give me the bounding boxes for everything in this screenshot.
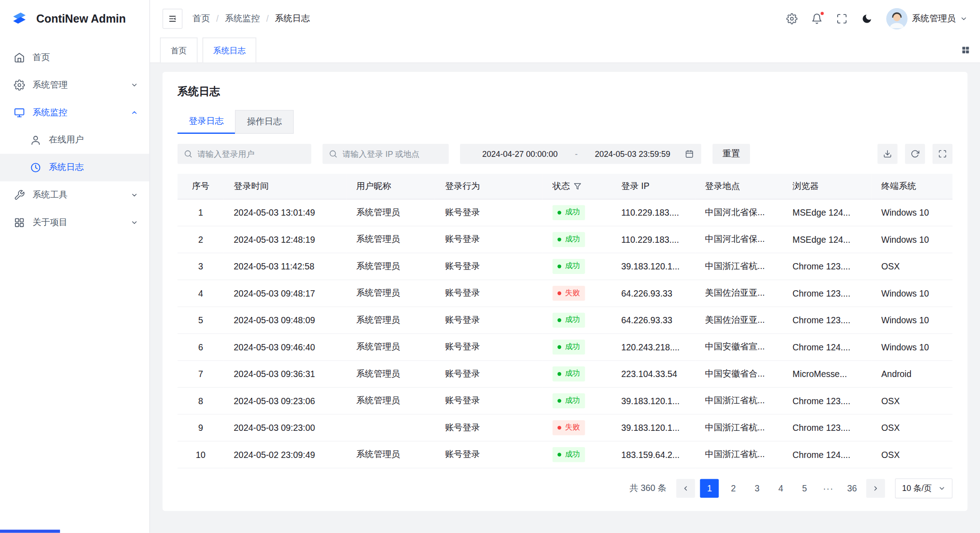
table-action-buttons (877, 144, 952, 164)
content-area: 系统日志 登录日志 操作日志 (150, 63, 980, 533)
search-icon (329, 150, 338, 158)
login-ip-input[interactable] (342, 149, 442, 159)
cell-nickname (346, 414, 435, 441)
next-page-button[interactable] (867, 479, 885, 497)
cell-browser: Chrome 124.... (783, 441, 871, 467)
settings-gear-icon[interactable] (786, 13, 797, 24)
page-size-select[interactable]: 10 条/页 (895, 478, 952, 498)
cell-nickname: 系统管理员 (346, 226, 435, 252)
status-text: 成功 (565, 449, 580, 460)
cell-login-time: 2024-05-03 09:48:17 (224, 279, 346, 306)
status-text: 成功 (565, 368, 580, 379)
tab-layout-grid-icon[interactable] (961, 46, 970, 54)
cell-behavior: 账号登录 (435, 199, 543, 226)
pagination-total: 共 360 条 (629, 482, 666, 494)
breadcrumb-item[interactable]: 系统监控 (225, 13, 260, 24)
horizontal-scrollbar-thumb[interactable] (0, 530, 60, 533)
cell-browser: Chrome 124.... (783, 333, 871, 360)
reset-button[interactable]: 重置 (713, 144, 750, 164)
status-dot (558, 210, 561, 214)
sidebar-menu: 首页 系统管理 系统监控 (0, 38, 150, 243)
notification-bell-icon[interactable] (811, 13, 823, 24)
prev-page-button[interactable] (676, 479, 695, 497)
status-badge: 成功 (553, 393, 585, 408)
cell-browser: MSEdge 124... (783, 199, 871, 226)
login-log-table: 序号 登录时间 用户昵称 登录行为 状态 (178, 174, 952, 468)
sidebar-item-about-project[interactable]: 关于项目 (0, 209, 150, 236)
status-dot (558, 372, 561, 375)
sidebar-item-system-log[interactable]: 系统日志 (0, 154, 150, 181)
sidebar-item-online-users[interactable]: 在线用户 (0, 126, 150, 154)
date-range-picker[interactable]: 2024-04-27 00:00:00 - 2024-05-03 23:59:5… (460, 144, 701, 164)
cell-browser: Chrome 123.... (783, 279, 871, 306)
sidebar-item-system-tools[interactable]: 系统工具 (0, 181, 150, 209)
table-row: 2 2024-05-03 12:48:19 系统管理员 账号登录 成功 110.… (178, 226, 952, 252)
header-location: 登录地点 (695, 174, 783, 199)
sidebar-item-label: 系统日志 (49, 162, 84, 173)
cell-index: 2 (178, 226, 224, 252)
cell-browser: MSEdge 124... (783, 226, 871, 252)
status-badge: 成功 (553, 339, 585, 354)
status-dot (558, 318, 561, 321)
status-dot (558, 291, 561, 295)
cell-status: 失败 (543, 279, 611, 306)
sidebar-item-label: 在线用户 (49, 134, 84, 146)
search-icon (184, 150, 192, 158)
table-row: 5 2024-05-03 09:48:09 系统管理员 账号登录 成功 64.2… (178, 307, 952, 333)
breadcrumb-item[interactable]: 首页 (192, 13, 210, 24)
cell-ip: 223.104.33.54 (611, 360, 695, 387)
page-button[interactable]: 1 (700, 479, 719, 497)
status-text: 成功 (565, 207, 580, 218)
route-tab-system-log[interactable]: 系统日志 (202, 38, 256, 62)
page-ellipsis[interactable]: ··· (819, 479, 838, 497)
page-button[interactable]: 36 (843, 479, 861, 497)
cell-location: 中国浙江省杭... (695, 441, 783, 467)
login-user-search[interactable] (178, 144, 311, 164)
status-dot (558, 425, 561, 429)
route-tab-home[interactable]: 首页 (160, 38, 197, 62)
sidebar-item-system-monitor[interactable]: 系统监控 (0, 99, 150, 127)
refresh-button[interactable] (905, 144, 925, 164)
avatar (886, 8, 908, 29)
cell-os: Windows 10 (871, 307, 952, 333)
cell-behavior: 账号登录 (435, 307, 543, 333)
cell-login-time: 2024-05-03 13:01:49 (224, 199, 346, 226)
cell-behavior: 账号登录 (435, 414, 543, 441)
sidebar-item-label: 系统监控 (33, 107, 67, 118)
fullscreen-icon[interactable] (836, 13, 848, 24)
page-button[interactable]: 4 (771, 479, 790, 497)
status-filter-funnel-icon[interactable] (574, 183, 581, 190)
page-title: 系统日志 (178, 85, 952, 99)
cell-nickname: 系统管理员 (346, 279, 435, 306)
app-root: ContiNew Admin 首页 系统管理 (0, 0, 980, 533)
cell-nickname: 系统管理员 (346, 307, 435, 333)
user-menu[interactable]: 系统管理员 (886, 8, 968, 29)
table-fullscreen-button[interactable] (933, 144, 952, 164)
header-ip: 登录 IP (611, 174, 695, 199)
breadcrumb-separator: / (266, 14, 268, 24)
sidebar-collapse-button[interactable] (163, 9, 183, 28)
status-badge: 失败 (553, 285, 585, 300)
app-logo[interactable]: ContiNew Admin (0, 0, 150, 38)
tab-operation-log[interactable]: 操作日志 (235, 110, 294, 134)
login-ip-search[interactable] (323, 144, 449, 164)
chevron-up-icon (131, 109, 138, 117)
page-button[interactable]: 2 (724, 479, 742, 497)
cell-ip: 39.183.120.1... (611, 387, 695, 414)
tab-login-log[interactable]: 登录日志 (178, 110, 235, 134)
dark-mode-moon-icon[interactable] (861, 13, 872, 24)
cell-behavior: 账号登录 (435, 226, 543, 252)
home-icon (14, 52, 25, 63)
download-button[interactable] (877, 144, 897, 164)
breadcrumb: 首页 / 系统监控 / 系统日志 (192, 13, 310, 24)
cell-behavior: 账号登录 (435, 253, 543, 279)
page-button[interactable]: 5 (795, 479, 814, 497)
sidebar-item-home[interactable]: 首页 (0, 44, 150, 71)
status-dot (558, 237, 561, 241)
login-user-input[interactable] (197, 149, 305, 159)
page-button[interactable]: 3 (748, 479, 766, 497)
filter-bar: 2024-04-27 00:00:00 - 2024-05-03 23:59:5… (178, 144, 952, 164)
sidebar-item-system-management[interactable]: 系统管理 (0, 71, 150, 99)
date-end-value: 2024-05-03 23:59:59 (580, 149, 685, 159)
cell-os: Windows 10 (871, 279, 952, 306)
